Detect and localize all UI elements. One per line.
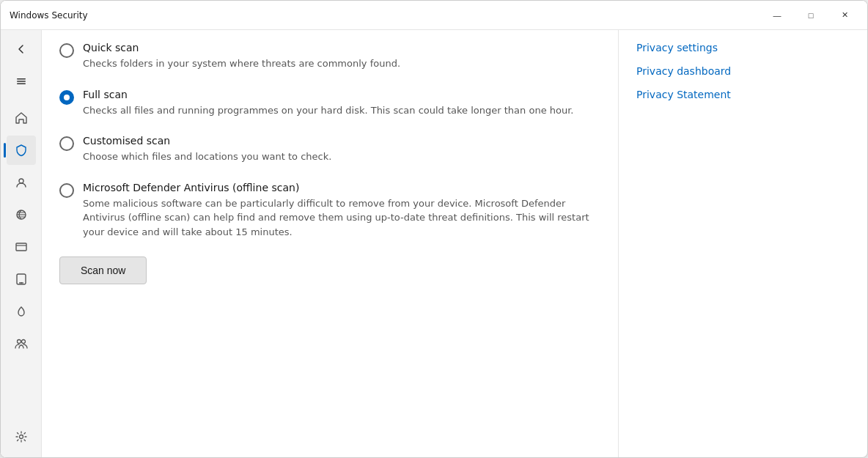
quick-scan-label-group: Quick scan Checks folders in your system… [83, 42, 400, 71]
content-area: Quick scan Checks folders in your system… [1, 30, 867, 457]
minimize-button[interactable]: — [760, 4, 794, 27]
privacy-settings-link[interactable]: Privacy settings [636, 42, 850, 53]
full-scan-radio[interactable] [59, 90, 74, 105]
scan-panel: Quick scan Checks folders in your system… [42, 30, 618, 457]
scan-now-button[interactable]: Scan now [59, 256, 147, 284]
settings-button[interactable] [7, 422, 36, 451]
full-scan-title: Full scan [83, 89, 574, 100]
right-panel: Privacy settings Privacy dashboard Priva… [618, 30, 867, 457]
sidebar-item-firewall[interactable] [7, 200, 36, 229]
offline-scan-option: Microsoft Defender Antivirus (offline sc… [59, 182, 595, 240]
titlebar: Windows Security — □ ✕ [1, 1, 867, 30]
customised-scan-description: Choose which files and locations you wan… [83, 149, 331, 164]
sidebar-item-account[interactable] [7, 168, 36, 197]
main-content: Quick scan Checks folders in your system… [42, 30, 867, 457]
svg-rect-0 [17, 78, 26, 80]
sidebar-nav [1, 103, 41, 358]
privacy-statement-link[interactable]: Privacy Statement [636, 89, 850, 100]
sidebar [1, 30, 42, 457]
hamburger-button[interactable] [8, 68, 34, 95]
sidebar-item-performance[interactable] [7, 297, 36, 326]
quick-scan-description: Checks folders in your system where thre… [83, 56, 400, 71]
offline-scan-label-group: Microsoft Defender Antivirus (offline sc… [83, 182, 595, 240]
titlebar-controls: — □ ✕ [760, 4, 861, 27]
window: Windows Security — □ ✕ [0, 0, 868, 458]
offline-scan-title: Microsoft Defender Antivirus (offline sc… [83, 182, 595, 193]
quick-scan-option: Quick scan Checks folders in your system… [59, 42, 595, 71]
svg-point-3 [19, 179, 23, 183]
svg-rect-2 [17, 84, 26, 85]
sidebar-item-family[interactable] [7, 329, 36, 358]
svg-point-10 [21, 340, 25, 344]
customised-scan-option: Customised scan Choose which files and l… [59, 135, 595, 164]
customised-scan-radio[interactable] [59, 136, 74, 151]
offline-scan-radio[interactable] [59, 183, 74, 198]
back-button[interactable] [8, 36, 34, 62]
svg-point-11 [19, 435, 23, 439]
sidebar-item-device-security[interactable] [7, 265, 36, 294]
svg-rect-1 [17, 81, 26, 82]
privacy-dashboard-link[interactable]: Privacy dashboard [636, 65, 850, 77]
quick-scan-radio[interactable] [59, 43, 74, 58]
sidebar-item-virus-protection[interactable] [7, 136, 36, 165]
quick-scan-title: Quick scan [83, 42, 400, 53]
full-scan-label-group: Full scan Checks all files and running p… [83, 89, 574, 118]
svg-point-9 [17, 340, 21, 344]
sidebar-item-home[interactable] [7, 103, 36, 133]
maximize-button[interactable]: □ [794, 4, 828, 27]
offline-scan-description: Some malicious software can be particula… [83, 196, 595, 240]
svg-rect-5 [16, 243, 26, 251]
customised-scan-label-group: Customised scan Choose which files and l… [83, 135, 331, 164]
full-scan-option: Full scan Checks all files and running p… [59, 89, 595, 118]
window-title: Windows Security [10, 10, 88, 21]
close-button[interactable]: ✕ [828, 4, 861, 27]
full-scan-description: Checks all files and running programmes … [83, 103, 574, 118]
customised-scan-title: Customised scan [83, 135, 331, 147]
sidebar-item-app-browser[interactable] [7, 232, 36, 262]
